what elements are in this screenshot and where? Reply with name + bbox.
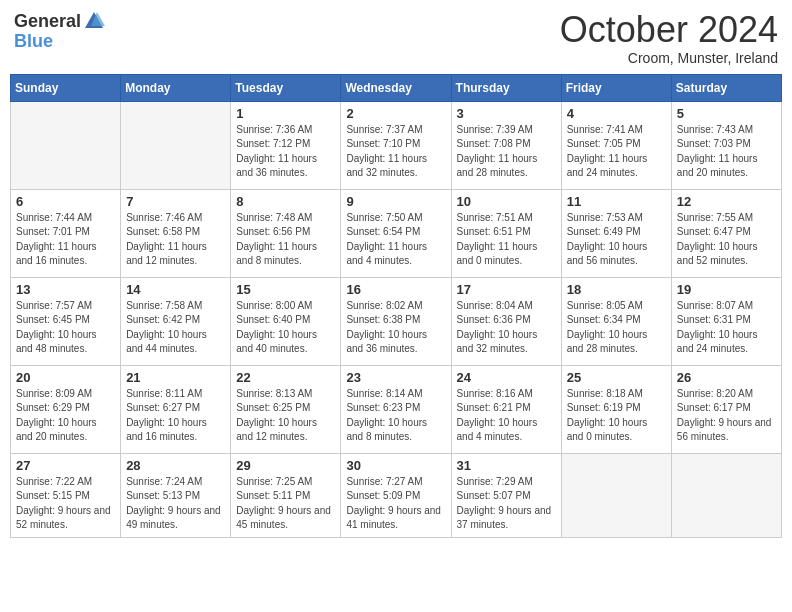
day-info: Sunrise: 7:24 AM Sunset: 5:13 PM Dayligh… [126,475,225,533]
day-info: Sunrise: 7:43 AM Sunset: 7:03 PM Dayligh… [677,123,776,181]
day-number: 15 [236,282,335,297]
calendar-week-4: 20Sunrise: 8:09 AM Sunset: 6:29 PM Dayli… [11,365,782,453]
day-info: Sunrise: 7:29 AM Sunset: 5:07 PM Dayligh… [457,475,556,533]
day-info: Sunrise: 7:57 AM Sunset: 6:45 PM Dayligh… [16,299,115,357]
day-number: 31 [457,458,556,473]
calendar-cell: 14Sunrise: 7:58 AM Sunset: 6:42 PM Dayli… [121,277,231,365]
day-header-friday: Friday [561,74,671,101]
day-number: 18 [567,282,666,297]
calendar-cell: 11Sunrise: 7:53 AM Sunset: 6:49 PM Dayli… [561,189,671,277]
calendar-cell: 9Sunrise: 7:50 AM Sunset: 6:54 PM Daylig… [341,189,451,277]
day-info: Sunrise: 7:53 AM Sunset: 6:49 PM Dayligh… [567,211,666,269]
calendar-cell: 5Sunrise: 7:43 AM Sunset: 7:03 PM Daylig… [671,101,781,189]
day-number: 4 [567,106,666,121]
day-number: 27 [16,458,115,473]
day-header-monday: Monday [121,74,231,101]
calendar-cell: 17Sunrise: 8:04 AM Sunset: 6:36 PM Dayli… [451,277,561,365]
day-number: 28 [126,458,225,473]
day-info: Sunrise: 8:09 AM Sunset: 6:29 PM Dayligh… [16,387,115,445]
day-info: Sunrise: 7:36 AM Sunset: 7:12 PM Dayligh… [236,123,335,181]
calendar-week-2: 6Sunrise: 7:44 AM Sunset: 7:01 PM Daylig… [11,189,782,277]
day-info: Sunrise: 7:27 AM Sunset: 5:09 PM Dayligh… [346,475,445,533]
calendar-cell: 10Sunrise: 7:51 AM Sunset: 6:51 PM Dayli… [451,189,561,277]
logo-text-blue: Blue [14,31,53,51]
day-info: Sunrise: 7:50 AM Sunset: 6:54 PM Dayligh… [346,211,445,269]
day-header-sunday: Sunday [11,74,121,101]
calendar-cell: 30Sunrise: 7:27 AM Sunset: 5:09 PM Dayli… [341,453,451,537]
calendar-cell: 23Sunrise: 8:14 AM Sunset: 6:23 PM Dayli… [341,365,451,453]
day-number: 14 [126,282,225,297]
calendar-table: SundayMondayTuesdayWednesdayThursdayFrid… [10,74,782,538]
day-header-thursday: Thursday [451,74,561,101]
day-header-wednesday: Wednesday [341,74,451,101]
day-info: Sunrise: 7:22 AM Sunset: 5:15 PM Dayligh… [16,475,115,533]
calendar-cell: 3Sunrise: 7:39 AM Sunset: 7:08 PM Daylig… [451,101,561,189]
calendar-cell: 4Sunrise: 7:41 AM Sunset: 7:05 PM Daylig… [561,101,671,189]
calendar-cell: 13Sunrise: 7:57 AM Sunset: 6:45 PM Dayli… [11,277,121,365]
calendar-week-1: 1Sunrise: 7:36 AM Sunset: 7:12 PM Daylig… [11,101,782,189]
day-number: 24 [457,370,556,385]
day-number: 21 [126,370,225,385]
calendar-cell: 6Sunrise: 7:44 AM Sunset: 7:01 PM Daylig… [11,189,121,277]
day-info: Sunrise: 7:41 AM Sunset: 7:05 PM Dayligh… [567,123,666,181]
day-info: Sunrise: 7:58 AM Sunset: 6:42 PM Dayligh… [126,299,225,357]
day-number: 22 [236,370,335,385]
day-info: Sunrise: 8:05 AM Sunset: 6:34 PM Dayligh… [567,299,666,357]
day-number: 19 [677,282,776,297]
calendar-week-5: 27Sunrise: 7:22 AM Sunset: 5:15 PM Dayli… [11,453,782,537]
calendar-cell: 24Sunrise: 8:16 AM Sunset: 6:21 PM Dayli… [451,365,561,453]
day-info: Sunrise: 8:04 AM Sunset: 6:36 PM Dayligh… [457,299,556,357]
day-info: Sunrise: 8:07 AM Sunset: 6:31 PM Dayligh… [677,299,776,357]
day-number: 16 [346,282,445,297]
day-info: Sunrise: 8:14 AM Sunset: 6:23 PM Dayligh… [346,387,445,445]
day-info: Sunrise: 8:13 AM Sunset: 6:25 PM Dayligh… [236,387,335,445]
day-info: Sunrise: 8:00 AM Sunset: 6:40 PM Dayligh… [236,299,335,357]
calendar-cell [561,453,671,537]
day-info: Sunrise: 7:51 AM Sunset: 6:51 PM Dayligh… [457,211,556,269]
day-info: Sunrise: 7:55 AM Sunset: 6:47 PM Dayligh… [677,211,776,269]
day-header-tuesday: Tuesday [231,74,341,101]
header-row: SundayMondayTuesdayWednesdayThursdayFrid… [11,74,782,101]
day-info: Sunrise: 7:44 AM Sunset: 7:01 PM Dayligh… [16,211,115,269]
day-info: Sunrise: 8:18 AM Sunset: 6:19 PM Dayligh… [567,387,666,445]
title-section: October 2024 Croom, Munster, Ireland [560,10,778,66]
day-header-saturday: Saturday [671,74,781,101]
calendar-cell: 31Sunrise: 7:29 AM Sunset: 5:07 PM Dayli… [451,453,561,537]
calendar-cell: 25Sunrise: 8:18 AM Sunset: 6:19 PM Dayli… [561,365,671,453]
day-number: 10 [457,194,556,209]
calendar-cell: 15Sunrise: 8:00 AM Sunset: 6:40 PM Dayli… [231,277,341,365]
day-number: 8 [236,194,335,209]
day-number: 25 [567,370,666,385]
day-info: Sunrise: 8:02 AM Sunset: 6:38 PM Dayligh… [346,299,445,357]
month-title: October 2024 [560,10,778,50]
day-info: Sunrise: 8:16 AM Sunset: 6:21 PM Dayligh… [457,387,556,445]
logo-icon [83,10,105,32]
calendar-cell: 18Sunrise: 8:05 AM Sunset: 6:34 PM Dayli… [561,277,671,365]
day-number: 7 [126,194,225,209]
day-number: 1 [236,106,335,121]
calendar-cell: 1Sunrise: 7:36 AM Sunset: 7:12 PM Daylig… [231,101,341,189]
day-info: Sunrise: 7:48 AM Sunset: 6:56 PM Dayligh… [236,211,335,269]
day-number: 9 [346,194,445,209]
day-info: Sunrise: 7:46 AM Sunset: 6:58 PM Dayligh… [126,211,225,269]
day-info: Sunrise: 7:25 AM Sunset: 5:11 PM Dayligh… [236,475,335,533]
day-number: 20 [16,370,115,385]
calendar-cell: 12Sunrise: 7:55 AM Sunset: 6:47 PM Dayli… [671,189,781,277]
calendar-cell: 19Sunrise: 8:07 AM Sunset: 6:31 PM Dayli… [671,277,781,365]
day-number: 13 [16,282,115,297]
calendar-cell: 20Sunrise: 8:09 AM Sunset: 6:29 PM Dayli… [11,365,121,453]
day-number: 26 [677,370,776,385]
calendar-cell: 21Sunrise: 8:11 AM Sunset: 6:27 PM Dayli… [121,365,231,453]
day-number: 30 [346,458,445,473]
calendar-cell: 29Sunrise: 7:25 AM Sunset: 5:11 PM Dayli… [231,453,341,537]
calendar-cell: 28Sunrise: 7:24 AM Sunset: 5:13 PM Dayli… [121,453,231,537]
calendar-cell [121,101,231,189]
calendar-cell [671,453,781,537]
calendar-cell: 7Sunrise: 7:46 AM Sunset: 6:58 PM Daylig… [121,189,231,277]
calendar-cell: 2Sunrise: 7:37 AM Sunset: 7:10 PM Daylig… [341,101,451,189]
day-info: Sunrise: 8:20 AM Sunset: 6:17 PM Dayligh… [677,387,776,445]
calendar-cell: 16Sunrise: 8:02 AM Sunset: 6:38 PM Dayli… [341,277,451,365]
day-number: 17 [457,282,556,297]
calendar-cell [11,101,121,189]
calendar-cell: 26Sunrise: 8:20 AM Sunset: 6:17 PM Dayli… [671,365,781,453]
